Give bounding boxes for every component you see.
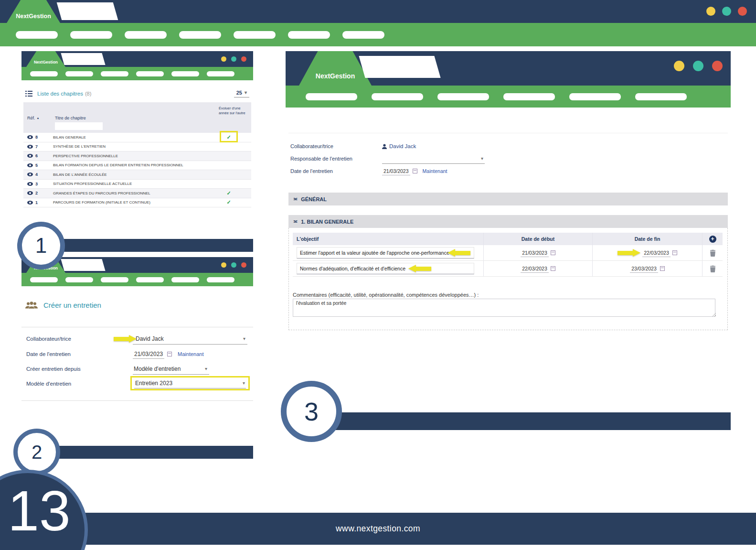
table-row[interactable]: 4 BILAN DE L'ANNÉE ÉCOULÉE <box>23 170 251 180</box>
nav-pill[interactable] <box>16 31 58 39</box>
nav-pill[interactable] <box>234 31 276 39</box>
title-filter-input[interactable] <box>55 122 103 130</box>
window-dot-yellow[interactable] <box>221 262 226 268</box>
eye-icon[interactable] <box>27 191 33 195</box>
eye-icon[interactable] <box>27 135 33 139</box>
window-dot-red[interactable] <box>241 262 246 268</box>
end-date-input[interactable]: 22/03/2023 <box>642 249 671 257</box>
window-dot-red[interactable] <box>738 7 747 16</box>
window-dot-teal[interactable] <box>231 262 236 268</box>
now-link[interactable]: Maintenant <box>178 351 203 357</box>
table-row[interactable]: 5 BILAN FORMATION DEPUIS LE DERNIER ENTR… <box>23 161 251 171</box>
window-title-bar: NextGestion <box>286 51 731 86</box>
highlight-arrow-right-icon <box>618 249 640 257</box>
start-date-input[interactable]: 22/03/2023 <box>521 265 549 273</box>
eye-icon[interactable] <box>27 201 33 205</box>
window-dot-teal[interactable] <box>231 56 236 62</box>
nav-pill[interactable] <box>65 277 93 282</box>
window-dot-red[interactable] <box>241 56 246 62</box>
window-dot-yellow[interactable] <box>674 61 684 71</box>
calendar-icon[interactable] <box>660 266 665 271</box>
add-objective-button[interactable]: + <box>709 236 716 243</box>
calendar-icon[interactable] <box>551 266 555 271</box>
window-dot-teal[interactable] <box>693 61 703 71</box>
column-ref[interactable]: Réf. ▲ <box>27 116 39 120</box>
nav-pill[interactable] <box>207 71 234 76</box>
table-row[interactable]: 2 GRANDES ÉTAPES DU PARCOURS PROFESSIONN… <box>23 189 251 198</box>
collaborator-select[interactable]: David Jack ▾ <box>133 333 247 345</box>
collapse-icon: ≍ <box>293 196 298 202</box>
nav-pill[interactable] <box>569 93 621 100</box>
row-ref: 2 <box>35 191 38 195</box>
table-row[interactable]: 8 BILAN GENERALE ✓ <box>23 133 251 142</box>
nav-pill[interactable] <box>342 31 384 39</box>
page-size-select[interactable]: 25 ▾ <box>234 90 249 97</box>
nav-pill[interactable] <box>136 71 164 76</box>
comments-textarea[interactable]: l'évaluation et sa portée <box>293 299 715 317</box>
calendar-icon[interactable] <box>413 169 417 173</box>
nav-pill[interactable] <box>179 31 221 39</box>
eye-icon[interactable] <box>27 163 33 167</box>
objective-input[interactable]: Estimer l'apport et la valeur ajoutée de… <box>297 247 474 259</box>
window-dot-teal[interactable] <box>722 7 731 16</box>
collaborator-name[interactable]: David Jack <box>389 143 416 149</box>
table-row[interactable]: 6 PERSPECTIVE PROFESSIONNELLE <box>23 151 251 161</box>
nav-pill[interactable] <box>171 277 199 282</box>
section-general[interactable]: ≍ GÉNÉRAL <box>288 193 728 205</box>
calendar-icon[interactable] <box>551 250 555 255</box>
step-number: 3 <box>304 397 319 426</box>
eye-icon[interactable] <box>27 154 33 158</box>
page-size-value: 25 <box>236 90 242 96</box>
end-date-input[interactable]: 23/03/2023 <box>630 265 658 273</box>
nav-pill[interactable] <box>372 93 423 100</box>
trash-icon[interactable] <box>710 249 716 257</box>
window-dot-yellow[interactable] <box>706 7 715 16</box>
column-title[interactable]: Titre de chapitre <box>55 116 86 120</box>
brand-tab[interactable]: NextGestion <box>7 0 60 23</box>
brand-tab[interactable]: NextGestion <box>26 51 65 67</box>
brand-name: NextGestion <box>34 60 58 65</box>
calendar-icon[interactable] <box>167 352 172 356</box>
nav-pill[interactable] <box>171 71 199 76</box>
window-dot-yellow[interactable] <box>221 56 226 62</box>
nav-pill[interactable] <box>136 277 164 282</box>
section-bilan-generale[interactable]: ≍ 1. BILAN GENERALE <box>288 215 728 228</box>
nav-pill[interactable] <box>30 277 58 282</box>
tab-parallelogram <box>61 259 105 271</box>
template-select[interactable]: Entretien 2023 ▾ <box>134 378 246 388</box>
nav-pill[interactable] <box>70 31 112 39</box>
page-number: 13 <box>8 478 70 543</box>
nav-pill[interactable] <box>207 277 234 282</box>
nav-pill[interactable] <box>125 31 167 39</box>
nav-pill[interactable] <box>437 93 489 100</box>
objective-input[interactable]: Normes d'adéquation, d'efficacité et d'e… <box>297 263 474 274</box>
date-input[interactable]: 21/03/2023 <box>382 167 410 175</box>
row-title: SYNTHÈSE DE L'ENTRETIEN <box>53 144 106 149</box>
nav-pill[interactable] <box>101 277 128 282</box>
nav-pill[interactable] <box>635 93 687 100</box>
date-input[interactable]: 21/03/2023 <box>133 350 164 359</box>
nav-pill[interactable] <box>288 31 330 39</box>
table-row[interactable]: 1 PARCOURS DE FORMATION (INITIALE ET CON… <box>23 198 251 208</box>
manager-select[interactable]: ▾ <box>382 153 485 164</box>
table-row[interactable]: 3 SITUATION PROFESSIONNELLE ACTUELLE <box>23 180 251 189</box>
eye-icon[interactable] <box>27 182 33 186</box>
start-date-input[interactable]: 21/03/2023 <box>521 249 549 257</box>
eye-icon[interactable] <box>27 145 33 149</box>
trash-icon[interactable] <box>710 265 716 272</box>
calendar-icon[interactable] <box>672 250 677 255</box>
nav-pill[interactable] <box>503 93 555 100</box>
create-from-select[interactable]: Modèle d'entretien ▾ <box>133 363 209 375</box>
nav-pill[interactable] <box>101 71 128 76</box>
list-title: Liste des chapitres <box>37 91 83 97</box>
bilan-section-body: L'objectif Date de début Date de fin + E… <box>288 228 728 330</box>
window-dot-red[interactable] <box>712 61 723 71</box>
now-link[interactable]: Maintenant <box>423 168 447 174</box>
nav-pill[interactable] <box>30 71 58 76</box>
table-row[interactable]: 7 SYNTHÈSE DE L'ENTRETIEN <box>23 142 251 152</box>
field-template: Modèle d'entretien Entretien 2023 ▾ <box>26 378 248 389</box>
nav-pill[interactable] <box>306 93 357 100</box>
eye-icon[interactable] <box>27 173 33 176</box>
sort-asc-icon: ▲ <box>37 117 40 119</box>
nav-pill[interactable] <box>65 71 93 76</box>
